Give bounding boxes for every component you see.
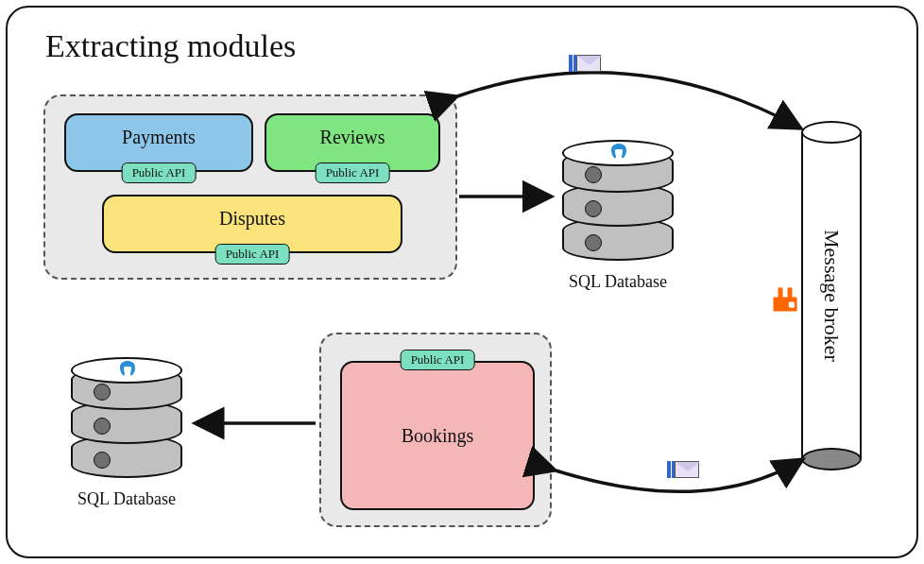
- public-api-badge: Public API: [215, 244, 290, 265]
- disputes-module: Disputes Public API: [102, 195, 402, 253]
- sql-database-top: SQL Database: [557, 147, 678, 292]
- monolith-group: Payments Public API Reviews Public API D…: [43, 94, 457, 280]
- reviews-module: Reviews Public API: [265, 113, 440, 172]
- database-label: SQL Database: [557, 272, 678, 292]
- public-api-badge: Public API: [401, 350, 475, 370]
- bookings-module: Public API Bookings: [340, 361, 535, 510]
- svg-rect-4: [789, 302, 795, 308]
- message-broker: Message broker: [801, 121, 862, 470]
- envelope-icon: [675, 461, 699, 478]
- rabbitmq-icon: [771, 285, 799, 314]
- public-api-badge: Public API: [122, 162, 197, 183]
- envelope-icon: [576, 55, 601, 72]
- database-cylinder-icon: [71, 365, 182, 478]
- bookings-group: Public API Bookings: [319, 333, 552, 527]
- svg-point-3: [129, 367, 131, 368]
- diagram-title: Extracting modules: [45, 28, 296, 64]
- diagram-canvas: Extracting modules Payments Public API R…: [6, 6, 918, 558]
- postgresql-icon: [607, 142, 630, 164]
- broker-label: Message broker: [819, 230, 844, 362]
- module-label: Disputes: [104, 208, 401, 230]
- postgresql-icon: [116, 359, 139, 382]
- sql-database-bottom: SQL Database: [66, 365, 187, 509]
- arrow-monolith-broker: [457, 73, 801, 128]
- svg-point-2: [124, 367, 126, 368]
- module-label: Reviews: [266, 127, 438, 148]
- public-api-badge: Public API: [316, 162, 390, 183]
- database-label: SQL Database: [66, 489, 187, 509]
- database-cylinder-icon: [562, 147, 674, 261]
- svg-point-1: [621, 149, 623, 151]
- module-label: Payments: [66, 127, 251, 148]
- svg-point-0: [615, 149, 617, 151]
- module-label: Bookings: [342, 425, 533, 447]
- payments-module: Payments Public API: [64, 113, 253, 172]
